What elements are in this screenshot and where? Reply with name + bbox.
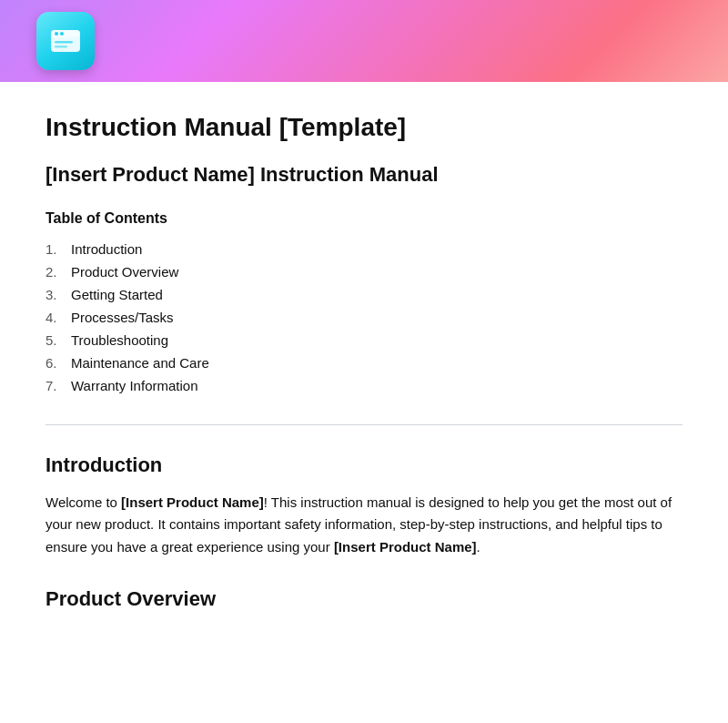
bold-product-name-1: [Insert Product Name] xyxy=(121,494,264,510)
toc-item-5: 5. Troubleshooting xyxy=(46,329,682,351)
toc-item-3-num: 3. xyxy=(46,287,67,302)
main-content: Instruction Manual [Template] [Insert Pr… xyxy=(0,82,728,648)
toc-item-6-label: Maintenance and Care xyxy=(71,355,209,371)
product-overview-heading: Product Overview xyxy=(46,586,682,613)
toc-item-5-num: 5. xyxy=(46,332,67,348)
product-title: [Insert Product Name] Instruction Manual xyxy=(46,162,682,188)
toc-item-7-label: Warranty Information xyxy=(71,378,198,393)
toc-item-2: 2. Product Overview xyxy=(46,260,682,283)
section-divider xyxy=(46,424,682,425)
introduction-paragraph: Welcome to [Insert Product Name]! This i… xyxy=(46,492,682,559)
toc-item-4: 4. Processes/Tasks xyxy=(46,306,682,329)
toc-item-2-label: Product Overview xyxy=(71,264,178,280)
toc-item-3: 3. Getting Started xyxy=(46,283,682,306)
svg-rect-4 xyxy=(55,41,73,44)
table-of-contents: Table of Contents 1. Introduction 2. Pro… xyxy=(46,210,682,397)
svg-point-3 xyxy=(60,32,64,36)
toc-heading: Table of Contents xyxy=(46,210,682,227)
toc-item-3-label: Getting Started xyxy=(71,287,163,302)
document-title: Instruction Manual [Template] xyxy=(46,111,682,144)
app-icon-graphic xyxy=(49,25,82,57)
toc-item-1: 1. Introduction xyxy=(46,238,682,260)
toc-item-1-label: Introduction xyxy=(71,241,142,257)
toc-item-7: 7. Warranty Information xyxy=(46,374,682,397)
toc-item-4-num: 4. xyxy=(46,310,67,325)
toc-item-4-label: Processes/Tasks xyxy=(71,310,174,325)
introduction-heading: Introduction xyxy=(46,453,682,479)
app-icon xyxy=(36,12,95,70)
svg-rect-5 xyxy=(55,46,67,48)
toc-item-7-num: 7. xyxy=(46,378,67,393)
toc-list: 1. Introduction 2. Product Overview 3. G… xyxy=(46,238,682,397)
introduction-section: Introduction Welcome to [Insert Product … xyxy=(46,453,682,559)
toc-item-5-label: Troubleshooting xyxy=(71,332,168,348)
toc-item-2-num: 2. xyxy=(46,264,67,280)
toc-item-6-num: 6. xyxy=(46,355,67,371)
svg-point-2 xyxy=(55,32,58,36)
toc-item-6: 6. Maintenance and Care xyxy=(46,351,682,374)
bold-product-name-2: [Insert Product Name] xyxy=(334,539,477,555)
header-banner xyxy=(0,0,728,82)
product-overview-section: Product Overview xyxy=(46,586,682,613)
toc-item-1-num: 1. xyxy=(46,241,67,257)
